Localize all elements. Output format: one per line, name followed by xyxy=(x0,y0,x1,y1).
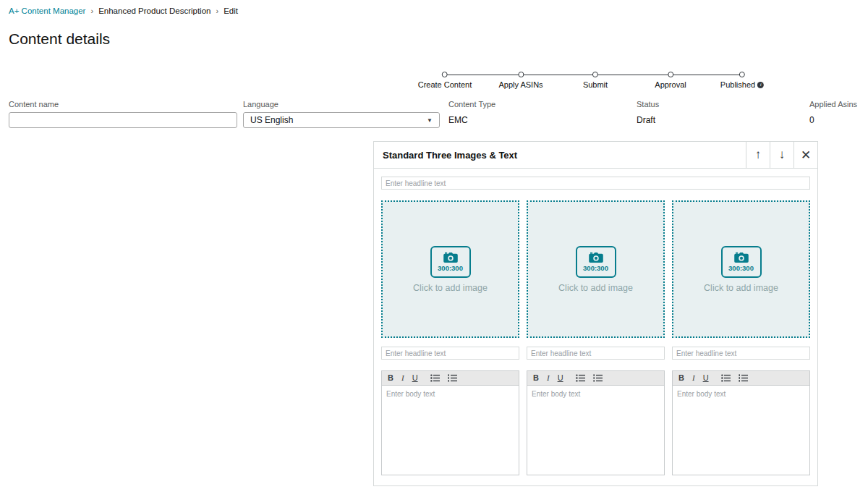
camera-badge: 300:300 xyxy=(576,246,616,278)
breadcrumb-separator-icon: › xyxy=(90,7,93,15)
underline-button[interactable]: U xyxy=(412,374,418,382)
main-headline-input[interactable] xyxy=(381,177,810,190)
dropdown-arrow-icon: ▼ xyxy=(427,117,433,124)
camera-icon xyxy=(443,252,459,263)
numbered-list-button[interactable] xyxy=(593,374,603,382)
step-create-content: Create Content xyxy=(418,72,472,89)
body-text-editor-2: B I U xyxy=(527,370,665,475)
module-header: Standard Three Images & Text ↑ ↓ ✕ xyxy=(374,142,817,169)
field-content-type: Content Type EMC xyxy=(448,100,495,125)
module-title: Standard Three Images & Text xyxy=(374,142,746,168)
breadcrumb-item-edit: Edit xyxy=(224,7,238,15)
content-type-label: Content Type xyxy=(448,100,495,109)
image-ratio-label: 300:300 xyxy=(583,264,608,272)
step-label-text: Apply ASINs xyxy=(498,80,542,89)
step-label-text: Submit xyxy=(583,80,608,89)
content-type-value: EMC xyxy=(448,115,495,125)
close-icon: ✕ xyxy=(801,148,811,163)
step-label: Submit xyxy=(583,80,608,89)
step-label-text: Published xyxy=(720,80,755,89)
numbered-list-button[interactable] xyxy=(739,374,748,382)
column-headline-row xyxy=(381,347,810,360)
underline-button[interactable]: U xyxy=(703,374,709,382)
page: A+ Content Manager › Enhanced Product De… xyxy=(0,0,868,492)
move-up-button[interactable]: ↑ xyxy=(746,142,770,168)
breadcrumb-item-enhanced-product-description[interactable]: Enhanced Product Description xyxy=(98,7,210,15)
field-applied-asins: Applied Asins 0 xyxy=(809,100,857,125)
step-apply-asins: Apply ASINs xyxy=(498,72,542,89)
italic-button[interactable]: I xyxy=(401,374,404,382)
step-label: Published i xyxy=(720,80,764,89)
step-label-text: Create Content xyxy=(418,80,472,89)
bullet-list-button[interactable] xyxy=(576,374,585,382)
add-image-cta: Click to add image xyxy=(558,283,633,293)
body-text-editor-3: B I U xyxy=(672,370,810,475)
info-icon[interactable]: i xyxy=(757,82,764,88)
image-upload-slot-2[interactable]: 300:300 Click to add image xyxy=(527,200,665,338)
numbered-list-button[interactable] xyxy=(448,374,457,382)
numbered-list-icon xyxy=(739,374,748,382)
step-label: Approval xyxy=(655,80,686,89)
image-ratio-label: 300:300 xyxy=(438,264,463,272)
image-upload-slot-3[interactable]: 300:300 Click to add image xyxy=(672,200,810,338)
step-dot xyxy=(592,72,598,77)
step-dot xyxy=(668,72,673,77)
breadcrumb: A+ Content Manager › Enhanced Product De… xyxy=(9,7,238,15)
editor-toolbar: B I U xyxy=(527,371,664,386)
underline-button[interactable]: U xyxy=(558,374,563,382)
add-image-cta: Click to add image xyxy=(704,283,778,293)
step-label-text: Approval xyxy=(655,80,686,89)
image-slot-row: 300:300 Click to add image 300:300 xyxy=(381,200,810,338)
content-module: Standard Three Images & Text ↑ ↓ ✕ xyxy=(373,141,818,486)
body-text-editor-1: B I U xyxy=(381,370,519,475)
breadcrumb-separator-icon: › xyxy=(216,7,218,15)
applied-asins-value: 0 xyxy=(809,115,857,125)
image-ratio-label: 300:300 xyxy=(728,264,754,272)
bullet-list-button[interactable] xyxy=(430,374,440,382)
column-headline-input-3[interactable] xyxy=(672,347,810,360)
editor-toolbar: B I U xyxy=(673,371,809,386)
remove-module-button[interactable]: ✕ xyxy=(793,142,817,168)
italic-button[interactable]: I xyxy=(547,374,550,382)
step-dot xyxy=(739,72,745,77)
arrow-up-icon: ↑ xyxy=(755,148,762,162)
camera-icon xyxy=(588,252,604,263)
page-title: Content details xyxy=(9,30,110,48)
field-content-name: Content name xyxy=(9,100,237,128)
bullet-list-button[interactable] xyxy=(721,374,731,382)
status-value: Draft xyxy=(637,115,659,125)
step-label: Create Content xyxy=(418,80,472,89)
column-headline-input-1[interactable] xyxy=(381,347,519,360)
language-selected-value: US English xyxy=(250,115,293,125)
body-text-area-1[interactable]: Enter body text xyxy=(382,386,519,475)
camera-badge: 300:300 xyxy=(430,246,471,278)
bold-button[interactable]: B xyxy=(533,374,539,382)
column-headline-input-2[interactable] xyxy=(527,347,665,360)
field-language: Language US English ▼ xyxy=(243,100,440,128)
bold-button[interactable]: B xyxy=(678,374,684,382)
step-dot xyxy=(442,72,448,77)
breadcrumb-link-content-manager[interactable]: A+ Content Manager xyxy=(9,7,85,15)
status-label: Status xyxy=(637,100,659,109)
italic-button[interactable]: I xyxy=(692,374,695,382)
step-label: Apply ASINs xyxy=(498,80,542,89)
step-submit: Submit xyxy=(583,72,608,89)
bullet-list-icon xyxy=(721,374,731,382)
bold-button[interactable]: B xyxy=(388,374,393,382)
body-text-area-3[interactable]: Enter body text xyxy=(673,386,809,475)
numbered-list-icon xyxy=(593,374,603,382)
body-text-area-2[interactable]: Enter body text xyxy=(527,386,664,475)
language-select[interactable]: US English ▼ xyxy=(243,112,440,128)
camera-icon xyxy=(733,252,749,263)
field-status: Status Draft xyxy=(637,100,659,125)
language-label: Language xyxy=(243,100,440,109)
move-down-button[interactable]: ↓ xyxy=(770,142,793,168)
content-name-label: Content name xyxy=(9,100,237,109)
applied-asins-label: Applied Asins xyxy=(809,100,857,109)
content-name-input[interactable] xyxy=(9,112,237,128)
numbered-list-icon xyxy=(448,374,457,382)
module-body: 300:300 Click to add image 300:300 xyxy=(374,169,817,485)
step-approval: Approval xyxy=(655,72,686,89)
step-dot xyxy=(518,72,524,77)
image-upload-slot-1[interactable]: 300:300 Click to add image xyxy=(381,200,519,338)
